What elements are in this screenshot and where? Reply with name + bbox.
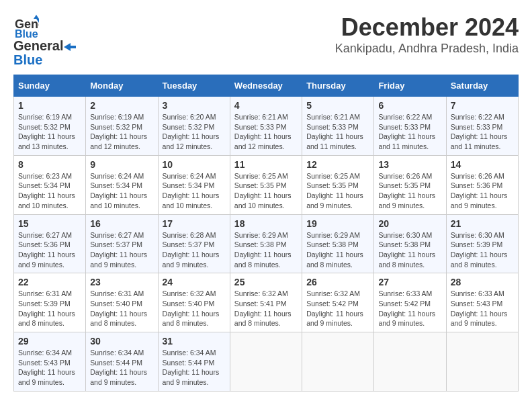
day-detail: Sunrise: 6:27 AM Sunset: 5:37 PM Dayligh… xyxy=(90,230,153,270)
month-title: December 2024 xyxy=(335,13,519,42)
weekday-header: Wednesday xyxy=(230,75,302,97)
day-number: 19 xyxy=(306,218,369,229)
day-detail: Sunrise: 6:21 AM Sunset: 5:33 PM Dayligh… xyxy=(306,112,369,152)
calendar-day-cell: 16Sunrise: 6:27 AM Sunset: 5:37 PM Dayli… xyxy=(86,214,158,273)
day-detail: Sunrise: 6:30 AM Sunset: 5:38 PM Dayligh… xyxy=(378,230,441,270)
calendar-day-cell: 30Sunrise: 6:34 AM Sunset: 5:44 PM Dayli… xyxy=(86,332,158,392)
day-detail: Sunrise: 6:32 AM Sunset: 5:40 PM Dayligh… xyxy=(163,289,226,328)
day-number: 25 xyxy=(234,277,298,287)
day-number: 17 xyxy=(163,218,226,229)
page-header: General Blue General Blue December 2024 … xyxy=(13,13,519,68)
day-number: 12 xyxy=(306,159,369,170)
weekday-header-row: SundayMondayTuesdayWednesdayThursdayFrid… xyxy=(14,75,519,97)
logo: General Blue General Blue xyxy=(13,13,76,68)
calendar-day-cell: 21Sunrise: 6:30 AM Sunset: 5:39 PM Dayli… xyxy=(446,214,518,273)
day-number: 24 xyxy=(163,277,226,287)
day-number: 8 xyxy=(18,159,81,170)
weekday-header: Monday xyxy=(86,75,158,97)
calendar-day-cell: 6Sunrise: 6:22 AM Sunset: 5:33 PM Daylig… xyxy=(374,97,446,156)
calendar-day-cell: 14Sunrise: 6:26 AM Sunset: 5:36 PM Dayli… xyxy=(446,155,518,214)
calendar-day-cell: 28Sunrise: 6:33 AM Sunset: 5:43 PM Dayli… xyxy=(446,273,518,332)
day-number: 6 xyxy=(378,100,441,111)
calendar-day-cell: 22Sunrise: 6:31 AM Sunset: 5:39 PM Dayli… xyxy=(14,273,86,332)
logo-blue: Blue xyxy=(13,52,42,67)
day-detail: Sunrise: 6:29 AM Sunset: 5:38 PM Dayligh… xyxy=(234,230,298,270)
calendar-table: SundayMondayTuesdayWednesdayThursdayFrid… xyxy=(13,75,519,392)
day-detail: Sunrise: 6:31 AM Sunset: 5:39 PM Dayligh… xyxy=(18,289,81,328)
calendar-week-row: 8Sunrise: 6:23 AM Sunset: 5:34 PM Daylig… xyxy=(14,155,519,214)
day-detail: Sunrise: 6:30 AM Sunset: 5:39 PM Dayligh… xyxy=(451,230,514,270)
day-detail: Sunrise: 6:21 AM Sunset: 5:33 PM Dayligh… xyxy=(234,112,298,152)
day-detail: Sunrise: 6:32 AM Sunset: 5:41 PM Dayligh… xyxy=(234,289,298,328)
svg-marker-4 xyxy=(64,43,76,51)
calendar-week-row: 1Sunrise: 6:19 AM Sunset: 5:32 PM Daylig… xyxy=(14,97,519,156)
calendar-day-cell: 11Sunrise: 6:25 AM Sunset: 5:35 PM Dayli… xyxy=(230,155,302,214)
calendar-day-cell: 13Sunrise: 6:26 AM Sunset: 5:35 PM Dayli… xyxy=(374,155,446,214)
calendar-day-cell: 31Sunrise: 6:34 AM Sunset: 5:44 PM Dayli… xyxy=(158,332,230,392)
day-number: 2 xyxy=(90,100,153,111)
weekday-header: Friday xyxy=(374,75,446,97)
calendar-day-cell: 26Sunrise: 6:32 AM Sunset: 5:42 PM Dayli… xyxy=(302,273,374,332)
calendar-day-cell: 12Sunrise: 6:25 AM Sunset: 5:35 PM Dayli… xyxy=(302,155,374,214)
day-number: 21 xyxy=(451,218,514,229)
day-number: 28 xyxy=(451,277,514,287)
day-number: 10 xyxy=(163,159,226,170)
day-number: 29 xyxy=(18,336,81,347)
day-detail: Sunrise: 6:29 AM Sunset: 5:38 PM Dayligh… xyxy=(306,230,369,270)
calendar-day-cell: 27Sunrise: 6:33 AM Sunset: 5:42 PM Dayli… xyxy=(374,273,446,332)
day-number: 11 xyxy=(234,159,298,170)
calendar-day-cell: 15Sunrise: 6:27 AM Sunset: 5:36 PM Dayli… xyxy=(14,214,86,273)
day-number: 9 xyxy=(90,159,153,170)
calendar-week-row: 22Sunrise: 6:31 AM Sunset: 5:39 PM Dayli… xyxy=(14,273,519,332)
calendar-day-cell: 24Sunrise: 6:32 AM Sunset: 5:40 PM Dayli… xyxy=(158,273,230,332)
day-detail: Sunrise: 6:26 AM Sunset: 5:36 PM Dayligh… xyxy=(451,171,514,211)
day-number: 4 xyxy=(234,100,298,111)
weekday-header: Sunday xyxy=(14,75,86,97)
day-detail: Sunrise: 6:34 AM Sunset: 5:44 PM Dayligh… xyxy=(163,348,226,387)
calendar-day-cell: 17Sunrise: 6:28 AM Sunset: 5:37 PM Dayli… xyxy=(158,214,230,273)
day-number: 23 xyxy=(90,277,153,287)
location-title: Kankipadu, Andhra Pradesh, India xyxy=(335,42,519,56)
calendar-day-cell: 8Sunrise: 6:23 AM Sunset: 5:34 PM Daylig… xyxy=(14,155,86,214)
day-number: 30 xyxy=(90,336,153,347)
weekday-header: Saturday xyxy=(446,75,518,97)
day-detail: Sunrise: 6:19 AM Sunset: 5:32 PM Dayligh… xyxy=(90,112,153,152)
day-detail: Sunrise: 6:24 AM Sunset: 5:34 PM Dayligh… xyxy=(90,171,153,211)
calendar-day-cell: 5Sunrise: 6:21 AM Sunset: 5:33 PM Daylig… xyxy=(302,97,374,156)
day-detail: Sunrise: 6:19 AM Sunset: 5:32 PM Dayligh… xyxy=(18,112,81,152)
day-number: 20 xyxy=(378,218,441,229)
day-detail: Sunrise: 6:31 AM Sunset: 5:40 PM Dayligh… xyxy=(90,289,153,328)
calendar-week-row: 15Sunrise: 6:27 AM Sunset: 5:36 PM Dayli… xyxy=(14,214,519,273)
calendar-day-cell: 25Sunrise: 6:32 AM Sunset: 5:41 PM Dayli… xyxy=(230,273,302,332)
day-detail: Sunrise: 6:26 AM Sunset: 5:35 PM Dayligh… xyxy=(378,171,441,211)
day-number: 22 xyxy=(18,277,81,287)
day-detail: Sunrise: 6:22 AM Sunset: 5:33 PM Dayligh… xyxy=(451,112,514,152)
day-detail: Sunrise: 6:20 AM Sunset: 5:32 PM Dayligh… xyxy=(163,112,226,152)
weekday-header: Thursday xyxy=(302,75,374,97)
calendar-day-cell: 19Sunrise: 6:29 AM Sunset: 5:38 PM Dayli… xyxy=(302,214,374,273)
day-detail: Sunrise: 6:22 AM Sunset: 5:33 PM Dayligh… xyxy=(378,112,441,152)
calendar-day-cell xyxy=(374,332,446,392)
day-detail: Sunrise: 6:34 AM Sunset: 5:44 PM Dayligh… xyxy=(90,348,153,387)
day-detail: Sunrise: 6:24 AM Sunset: 5:34 PM Dayligh… xyxy=(163,171,226,211)
logo-arrow-icon xyxy=(64,43,76,51)
day-number: 18 xyxy=(234,218,298,229)
calendar-week-row: 29Sunrise: 6:34 AM Sunset: 5:43 PM Dayli… xyxy=(14,332,519,392)
day-detail: Sunrise: 6:33 AM Sunset: 5:42 PM Dayligh… xyxy=(378,289,441,328)
calendar-day-cell: 7Sunrise: 6:22 AM Sunset: 5:33 PM Daylig… xyxy=(446,97,518,156)
calendar-day-cell: 9Sunrise: 6:24 AM Sunset: 5:34 PM Daylig… xyxy=(86,155,158,214)
calendar-day-cell: 1Sunrise: 6:19 AM Sunset: 5:32 PM Daylig… xyxy=(14,97,86,156)
calendar-day-cell: 3Sunrise: 6:20 AM Sunset: 5:32 PM Daylig… xyxy=(158,97,230,156)
calendar-day-cell: 23Sunrise: 6:31 AM Sunset: 5:40 PM Dayli… xyxy=(86,273,158,332)
calendar-day-cell: 29Sunrise: 6:34 AM Sunset: 5:43 PM Dayli… xyxy=(14,332,86,392)
weekday-header: Tuesday xyxy=(158,75,230,97)
svg-marker-2 xyxy=(34,15,39,19)
logo-general: General xyxy=(13,39,63,52)
day-number: 7 xyxy=(451,100,514,111)
svg-text:Blue: Blue xyxy=(15,28,38,39)
day-detail: Sunrise: 6:28 AM Sunset: 5:37 PM Dayligh… xyxy=(163,230,226,270)
day-detail: Sunrise: 6:25 AM Sunset: 5:35 PM Dayligh… xyxy=(234,171,298,211)
day-number: 3 xyxy=(163,100,226,111)
day-number: 14 xyxy=(451,159,514,170)
calendar-day-cell xyxy=(446,332,518,392)
